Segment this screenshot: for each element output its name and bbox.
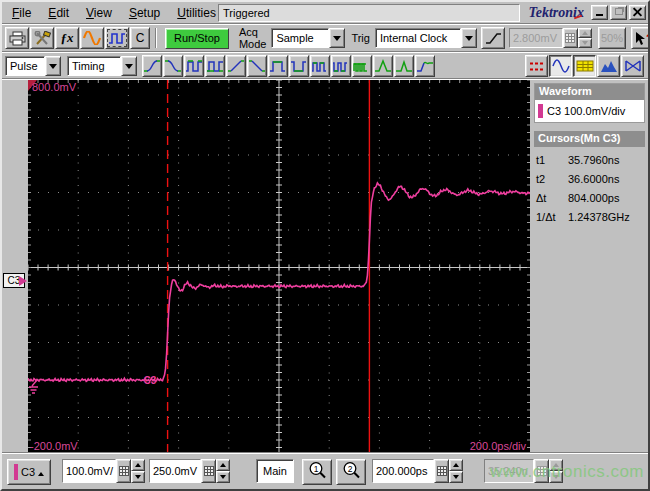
keypad-button[interactable] (116, 459, 131, 483)
zoom1-button[interactable]: 1 (302, 459, 332, 485)
separator (155, 28, 157, 48)
increment-button (578, 28, 592, 38)
vertical-position-field[interactable]: 250.0mV (149, 459, 201, 483)
timebase-main-tab[interactable]: Main (256, 459, 294, 483)
menu-utilities[interactable]: Utilities (169, 4, 225, 22)
waveform-section: Waveform C3 100.0mV/div (534, 83, 645, 123)
context-help-button[interactable]: ? (631, 27, 650, 49)
svg-text:2: 2 (347, 464, 352, 474)
increment-button[interactable] (449, 459, 463, 471)
keypad-button (534, 459, 549, 483)
trigger-slope-button[interactable] (481, 27, 505, 49)
acq-mode-value: Sample (271, 28, 329, 48)
neg-pulse-button[interactable] (289, 55, 309, 77)
rise-time-icon (143, 59, 161, 73)
cursors-toggle-button[interactable] (525, 55, 548, 77)
measure-class-select[interactable]: Pulse (5, 56, 61, 76)
svg-text:1: 1 (313, 464, 318, 474)
trigger-status: Triggered (218, 4, 520, 22)
pos-pulse-button[interactable] (268, 55, 288, 77)
minimize-icon (596, 14, 603, 16)
rise-time-button[interactable] (142, 55, 162, 77)
menu-edit[interactable]: Edit (40, 4, 78, 22)
dropdown-arrow-icon[interactable] (121, 56, 137, 76)
measurement-table-icon (576, 59, 594, 73)
pulse-train-neg-button[interactable] (331, 55, 351, 77)
minimize-button[interactable] (591, 5, 608, 20)
rising-edge-button[interactable] (226, 55, 246, 77)
settling-button[interactable] (415, 55, 435, 77)
keypad-icon (119, 466, 129, 476)
rising-edge-icon (227, 59, 245, 73)
menu-setup[interactable]: Setup (121, 4, 169, 22)
settling-icon (416, 59, 434, 73)
dropdown-arrow-icon[interactable] (329, 28, 345, 48)
channel-readout[interactable]: C3 100.0mV/div (535, 100, 644, 120)
menu-file[interactable]: File (4, 4, 40, 22)
acq-mode-select[interactable]: Sample (271, 28, 345, 48)
utilities-tools-button[interactable] (30, 27, 54, 49)
measurement-table-button[interactable] (573, 55, 596, 77)
measure-mode-value: Timing (67, 56, 121, 76)
flyout-arrow-icon (38, 469, 44, 476)
fx-icon: ƒx (61, 30, 74, 46)
eye-diagram-icon (624, 59, 642, 73)
math-fx-button[interactable]: ƒx (55, 27, 79, 49)
oscilloscope-window: FileEditViewSetupUtilitiesHelp Triggered… (0, 0, 650, 491)
eye-diagram-button[interactable] (621, 55, 644, 77)
rising-slope-icon (484, 31, 502, 45)
channel-select-button[interactable]: C3 (7, 459, 51, 485)
cursors-header: Cursors(Mn C3) (534, 131, 645, 147)
close-button[interactable] (629, 5, 646, 20)
fall-time-icon (164, 59, 182, 73)
falling-edge-button[interactable] (247, 55, 267, 77)
keypad-icon (565, 33, 575, 43)
menu-view[interactable]: View (78, 4, 121, 22)
channel-color-swatch (538, 104, 543, 118)
keypad-button (563, 28, 578, 48)
decrement-button[interactable] (131, 471, 145, 483)
print-button[interactable] (5, 27, 29, 49)
keypad-button[interactable] (434, 459, 449, 483)
keypad-button[interactable] (201, 459, 216, 483)
neg-width-button[interactable] (205, 55, 225, 77)
horizontal-scale-field[interactable]: 200.000ps (372, 459, 434, 483)
run-stop-button[interactable]: Run/Stop (165, 28, 229, 49)
zoom2-button[interactable]: 2 (336, 459, 366, 485)
decrement-button[interactable] (449, 471, 463, 483)
readout-value: 1.24378GHz (568, 208, 630, 227)
channel-scale-text: C3 100.0mV/div (547, 105, 625, 117)
waveform-display-button[interactable] (80, 27, 104, 49)
increment-button[interactable] (131, 459, 145, 471)
increment-button[interactable] (216, 459, 230, 471)
dropdown-arrow-icon[interactable] (45, 56, 61, 76)
pos-width-button[interactable] (184, 55, 204, 77)
restore-icon (615, 8, 623, 15)
readout-label: Δt (536, 189, 568, 208)
help-pointer-icon: ? (634, 31, 650, 46)
measure-mode-select[interactable]: Timing (67, 56, 137, 76)
burst-button[interactable] (352, 55, 372, 77)
close-icon (633, 7, 642, 16)
glitch-button[interactable] (373, 55, 393, 77)
fall-time-button[interactable] (163, 55, 183, 77)
channel-c3-marker[interactable]: C3 (3, 273, 25, 288)
histogram-view-button[interactable] (597, 55, 620, 77)
dropdown-arrow-icon[interactable] (461, 28, 477, 48)
neg-width-icon (206, 59, 224, 73)
channel-marker-strip: C3 (2, 80, 28, 455)
clear-button[interactable]: C (130, 27, 150, 49)
pulse-icon (108, 31, 126, 45)
decrement-button[interactable] (216, 471, 230, 483)
pulse-train-pos-button[interactable] (310, 55, 330, 77)
scope-plot: C3 (28, 80, 530, 455)
waveform-view-button[interactable] (549, 55, 572, 77)
pulse-measure-button[interactable] (105, 27, 129, 49)
pulse-train-pos-icon (311, 59, 329, 73)
peak-button[interactable] (394, 55, 414, 77)
trigger-source-value: Internal Clock (375, 28, 461, 48)
trigger-source-select[interactable]: Internal Clock (375, 28, 477, 48)
vertical-scale-field[interactable]: 100.0mV/ (62, 459, 116, 483)
readout-panel: Waveform C3 100.0mV/div Cursors(Mn C3) t… (530, 80, 648, 455)
horizontal-position-field: 35.240n (484, 459, 534, 483)
